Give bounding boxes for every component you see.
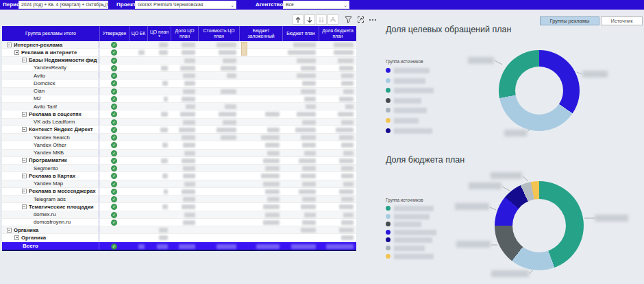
row-label-cell: Всего xyxy=(2,242,99,250)
collapse-icon[interactable] xyxy=(14,50,19,55)
filter-dropdown[interactable]: Все⌄ xyxy=(283,1,349,9)
collapse-icon[interactable] xyxy=(14,235,19,240)
tab-source[interactable]: Источник xyxy=(601,16,643,25)
sort-descending-icon[interactable] xyxy=(304,14,315,25)
row-label: Контекст Яндекс Директ xyxy=(29,126,93,132)
legend-swatch[interactable] xyxy=(386,214,391,219)
table-row[interactable]: VK ads Leadform✓ xyxy=(2,119,356,126)
filter-dropdown[interactable]: 2024 (год) + Кв. 4 (Квартал) + Октябрь (… xyxy=(18,1,108,9)
collapse-icon[interactable] xyxy=(22,189,27,193)
legend-swatch[interactable] xyxy=(386,222,391,226)
table-row[interactable]: Программатик✓ xyxy=(2,157,356,165)
redacted-cell-value xyxy=(299,158,316,163)
table-row[interactable]: Реклама в Картах✓ xyxy=(2,172,356,180)
redacted-cell-value xyxy=(339,97,354,102)
table-row[interactable]: Yandex Map✓ xyxy=(2,180,356,188)
legend-swatch[interactable] xyxy=(386,108,391,113)
focus-mode-icon[interactable] xyxy=(355,14,366,25)
redacted-cell-value xyxy=(297,58,316,63)
legend-swatch[interactable] xyxy=(386,254,391,259)
redacted-cell-value xyxy=(263,182,280,187)
table-row[interactable]: Yandex Other✓ xyxy=(2,141,356,149)
table-row[interactable]: Органика xyxy=(2,234,356,241)
more-options-icon[interactable] xyxy=(367,14,378,25)
table-row[interactable]: Контекст Яндекс Директ✓ xyxy=(2,126,356,134)
legend-swatch[interactable] xyxy=(386,98,391,103)
redacted-cell-value xyxy=(297,73,316,78)
table-row[interactable]: Интернет-реклама✓ xyxy=(2,41,356,49)
table-row[interactable]: Yandex Search✓ xyxy=(2,134,356,141)
table-row[interactable]: Реклама в мессенджерах✓ xyxy=(2,188,356,196)
column-header[interactable]: Доля бюджета план xyxy=(319,26,356,41)
row-label: Органика xyxy=(21,235,46,241)
table-row[interactable]: Тематические площадки✓ xyxy=(2,203,356,211)
approved-check-icon: ✓ xyxy=(111,212,117,218)
tab-ad-groups[interactable]: Группы рекламы xyxy=(540,16,599,25)
approved-check-icon: ✓ xyxy=(111,204,117,210)
column-header[interactable]: ЦО план▼ xyxy=(147,26,171,41)
filter-label: Агентство xyxy=(256,1,283,8)
filter-dropdown[interactable]: GloraX Premium Черниговская⌄ xyxy=(135,1,236,9)
legend-swatch[interactable] xyxy=(386,246,391,250)
approved-check-icon: ✓ xyxy=(111,73,117,79)
table-row[interactable]: Yandex МКБ✓ xyxy=(2,150,356,157)
row-label: Интернет-реклама xyxy=(14,42,62,48)
table-total-row[interactable]: Всего✓ xyxy=(2,242,356,252)
row-label: Тематические площадки xyxy=(29,204,94,210)
expand-all-levels-icon[interactable] xyxy=(316,14,327,25)
redacted-cell-value xyxy=(265,166,280,171)
table-row[interactable]: Органика xyxy=(2,226,356,234)
redacted-cell-value xyxy=(183,174,195,178)
redacted-cell-value xyxy=(182,158,195,163)
collapse-icon[interactable] xyxy=(7,43,12,47)
legend-swatch[interactable] xyxy=(386,230,391,235)
row-label-cell: domex.ru xyxy=(2,211,99,218)
drill-hierarchy-icon[interactable] xyxy=(327,14,338,25)
column-header[interactable]: Группа рекламы итого xyxy=(2,26,99,41)
column-header[interactable]: Утвержден xyxy=(99,26,129,41)
table-row[interactable]: Реклама в соцсетях✓ xyxy=(2,110,356,118)
table-row[interactable]: domex.ru✓ xyxy=(2,211,356,219)
redacted-cell-value xyxy=(295,128,316,132)
collapse-icon[interactable] xyxy=(7,228,12,233)
table-row[interactable]: Базы Недвижимости фид✓ xyxy=(2,57,356,64)
legend-label-redacted xyxy=(394,88,434,93)
collapse-icon[interactable] xyxy=(22,204,27,209)
column-header[interactable]: ЦО БК xyxy=(129,26,147,41)
table-row[interactable]: Domclick✓ xyxy=(2,80,356,87)
redacted-cell-value xyxy=(338,58,354,63)
row-label-cell: Органика xyxy=(2,226,99,233)
collapse-icon[interactable] xyxy=(22,174,27,178)
legend-swatch[interactable] xyxy=(386,88,391,93)
legend-swatch[interactable] xyxy=(386,237,391,242)
redacted-cell-value xyxy=(161,112,168,117)
legend-swatch[interactable] xyxy=(386,206,391,211)
sort-ascending-icon[interactable] xyxy=(293,14,304,25)
table-row[interactable]: Avito✓ xyxy=(2,72,356,80)
legend-title-1: Группа источников xyxy=(386,59,423,64)
table-row[interactable]: Avito Tarif✓ xyxy=(2,103,356,110)
filter-icon[interactable] xyxy=(343,14,354,25)
table-row[interactable]: Cian✓ xyxy=(2,88,356,95)
column-header[interactable]: Бюджет заложенный xyxy=(239,26,282,41)
column-header[interactable]: Доля ЦО план xyxy=(171,26,198,41)
table-row[interactable]: Segmento✓ xyxy=(2,165,356,172)
table-row[interactable]: Реклама в интернете✓ xyxy=(2,49,356,56)
table-row[interactable]: M2✓ xyxy=(2,95,356,103)
column-header[interactable]: Бюджет план xyxy=(282,26,319,41)
data-label-redacted xyxy=(504,130,527,137)
legend-label-redacted xyxy=(394,237,432,243)
column-header[interactable]: Стоимость ЦО план xyxy=(198,26,239,41)
table-row[interactable]: Telegram ads✓ xyxy=(2,196,356,203)
legend-swatch[interactable] xyxy=(386,78,391,83)
table-row[interactable]: domostroynn.ru✓ xyxy=(2,219,356,226)
collapse-icon[interactable] xyxy=(22,127,27,132)
legend-swatch[interactable] xyxy=(386,68,391,73)
legend-swatch[interactable] xyxy=(386,118,391,123)
table-row[interactable]: YandexRealty✓ xyxy=(2,64,356,72)
collapse-icon[interactable] xyxy=(22,112,27,117)
row-label: Yandex МКБ xyxy=(34,150,64,156)
collapse-icon[interactable] xyxy=(22,58,27,62)
legend-swatch[interactable] xyxy=(386,128,391,133)
collapse-icon[interactable] xyxy=(22,158,27,163)
